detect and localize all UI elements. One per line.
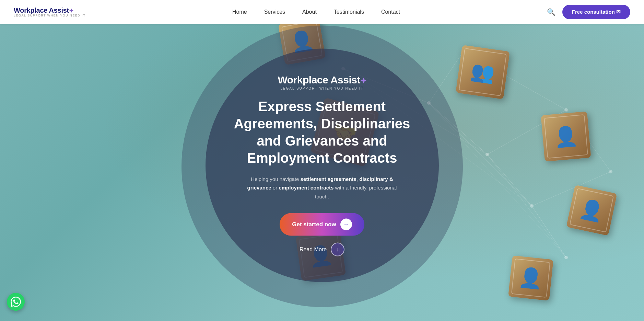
search-icon: 🔍	[547, 8, 555, 16]
main-nav: Home Services About Testimonials Contact	[232, 9, 400, 15]
chevron-down-icon: ↓	[331, 243, 344, 256]
logo-tagline: LEGAL SUPPORT WHEN YOU NEED IT	[14, 14, 85, 18]
nav-link-services[interactable]: Services	[264, 9, 285, 15]
read-more-label: Read More	[300, 247, 327, 253]
nav-item-about[interactable]: About	[302, 9, 317, 15]
hero-subtitle-text1: Helping you navigate	[251, 176, 300, 182]
read-more-button[interactable]: Read More ↓	[300, 243, 344, 256]
get-started-button[interactable]: Get started now →	[280, 213, 364, 236]
hero-section: 👤 👥 👤 👤 👤 👤 🤝 Workplace Assist✦ LEGAL SU…	[0, 0, 644, 321]
hero-subtitle-bold1: settlement agreements	[301, 176, 356, 182]
nav-item-services[interactable]: Services	[264, 9, 285, 15]
hero-logo-star-icon: ✦	[360, 76, 366, 85]
block-person-icon-4: 👤	[577, 197, 606, 224]
block-person-icon-6: 👤	[518, 266, 544, 291]
nav-item-home[interactable]: Home	[232, 9, 247, 15]
nav-item-contact[interactable]: Contact	[381, 9, 400, 15]
consultation-button[interactable]: Free consultation ✉	[562, 5, 630, 19]
nav-link-testimonials[interactable]: Testimonials	[334, 9, 364, 15]
hero-logo-tagline: LEGAL SUPPORT WHEN YOU NEED IT	[280, 86, 363, 90]
block-lower-right: 👤	[566, 185, 617, 236]
search-button[interactable]: 🔍	[547, 8, 555, 16]
hero-subtitle-mid: ,	[356, 176, 359, 182]
hero-title: Express Settlement Agreements, Disciplin…	[233, 98, 411, 166]
block-person-icon-2: 👥	[469, 59, 496, 85]
get-started-label: Get started now	[292, 221, 336, 228]
block-top-right: 👥	[456, 45, 510, 99]
nav-link-about[interactable]: About	[302, 9, 317, 15]
block-bottom-right: 👤	[508, 255, 553, 301]
consultation-label: Free consultation ✉	[572, 9, 621, 15]
logo-text: Workplace Assist✦	[14, 7, 85, 14]
arrow-right-icon: →	[340, 219, 352, 230]
hero-subtitle: Helping you navigate settlement agreemen…	[247, 174, 398, 200]
hero-subtitle-bold3: employment contracts	[279, 185, 333, 191]
logo-star-icon: ✦	[69, 8, 73, 14]
logo[interactable]: Workplace Assist✦ LEGAL SUPPORT WHEN YOU…	[14, 7, 85, 18]
whatsapp-icon	[11, 297, 21, 307]
hero-logo-text: Workplace Assist✦	[278, 74, 366, 85]
nav-link-contact[interactable]: Contact	[381, 9, 400, 15]
nav-item-testimonials[interactable]: Testimonials	[334, 9, 364, 15]
nav-link-home[interactable]: Home	[232, 9, 247, 15]
hero-circle-inner: Workplace Assist✦ LEGAL SUPPORT WHEN YOU…	[206, 48, 439, 282]
hero-subtitle-or: or	[271, 185, 279, 191]
whatsapp-button[interactable]	[7, 293, 25, 311]
navbar: Workplace Assist✦ LEGAL SUPPORT WHEN YOU…	[0, 0, 644, 24]
navbar-right: 🔍 Free consultation ✉	[547, 5, 630, 19]
block-mid-right: 👤	[541, 111, 591, 161]
hero-logo: Workplace Assist✦ LEGAL SUPPORT WHEN YOU…	[278, 74, 366, 90]
block-person-icon-3: 👤	[553, 124, 579, 149]
